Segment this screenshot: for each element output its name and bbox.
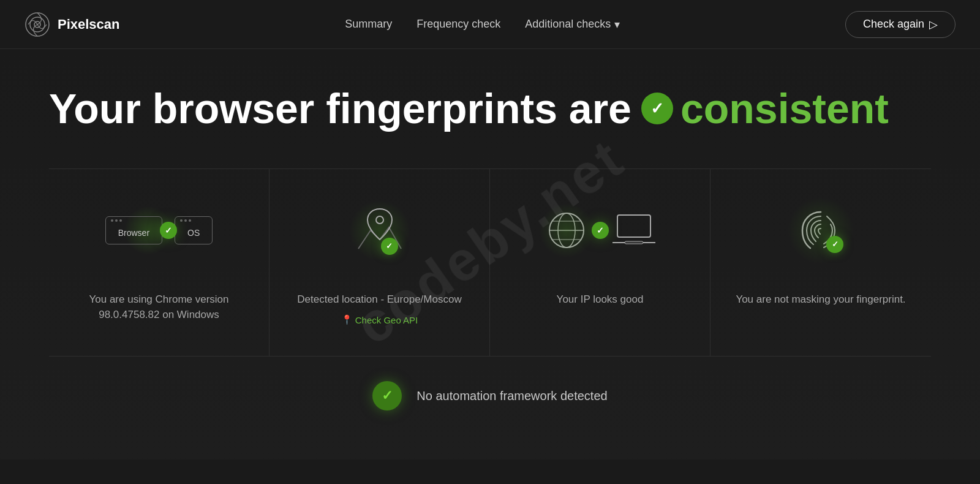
brand-name: Pixelscan <box>58 17 120 32</box>
arrow-right-icon: ▷ <box>929 18 938 31</box>
dot2 <box>115 219 118 222</box>
svg-rect-9 <box>617 215 650 237</box>
browser-os-icons: Browser OS <box>105 216 213 244</box>
dot1 <box>111 219 113 222</box>
ip-card: Your IP looks good <box>490 169 710 357</box>
fingerprint-check-icon <box>826 236 843 253</box>
nav-link-additional-checks[interactable]: Additional checks ▾ <box>525 18 620 31</box>
location-card: Detected location - Europe/Moscow 📍 Chec… <box>270 169 490 357</box>
dot2 <box>184 219 187 222</box>
os-label: OS <box>187 228 200 238</box>
logo-area: Pixelscan <box>24 12 120 37</box>
hero-title-prefix: Your browser fingerprints are <box>49 86 631 132</box>
hero-title: Your browser fingerprints are consistent <box>49 86 931 132</box>
fingerprint-icon-area <box>793 194 848 267</box>
browser-label: Browser <box>118 228 149 238</box>
fingerprint-glow <box>787 197 854 264</box>
hero-section: Your browser fingerprints are consistent <box>0 49 980 459</box>
location-pin-small-icon: 📍 <box>341 314 353 325</box>
location-icon-wrap <box>355 200 404 261</box>
browser-os-card: Browser OS You are using Chrome version … <box>49 169 270 357</box>
dot1 <box>180 219 183 222</box>
ip-card-text: Your IP looks good <box>557 292 644 308</box>
dot3 <box>189 219 191 222</box>
browser-dots <box>111 219 122 222</box>
hero-title-suffix: consistent <box>680 86 889 132</box>
browser-icon-box: Browser <box>105 216 162 244</box>
globe-laptop-icons <box>545 209 655 252</box>
location-icon-area <box>355 194 404 267</box>
nav-links: Summary Frequency check Additional check… <box>345 18 620 31</box>
location-pin-icon <box>355 200 404 261</box>
browser-os-connector-check <box>160 222 177 239</box>
hero-title-green: consistent <box>641 86 889 132</box>
navbar: Pixelscan Summary Frequency check Additi… <box>0 0 980 49</box>
cards-section: Browser OS You are using Chrome version … <box>49 168 931 357</box>
location-check-icon <box>381 238 398 255</box>
fingerprint-card: You are not masking your fingerprint. <box>710 169 931 357</box>
consistent-check-icon <box>641 93 673 124</box>
os-icon-box: OS <box>175 216 213 244</box>
check-again-button[interactable]: Check again ▷ <box>845 11 956 38</box>
chevron-down-icon: ▾ <box>614 18 620 31</box>
dot3 <box>119 219 122 222</box>
automation-check-icon <box>372 381 402 410</box>
location-card-text: Detected location - Europe/Moscow <box>297 292 461 308</box>
check-geo-api-link[interactable]: 📍 Check Geo API <box>341 314 418 325</box>
ip-connector-check <box>592 222 609 239</box>
automation-check-section: No automation framework detected <box>49 356 931 435</box>
nav-link-summary[interactable]: Summary <box>345 18 392 31</box>
nav-link-frequency-check[interactable]: Frequency check <box>417 18 500 31</box>
automation-check-text: No automation framework detected <box>417 389 607 403</box>
browser-os-card-text: You are using Chrome version 98.0.4758.8… <box>74 292 244 323</box>
globe-glow <box>539 203 594 258</box>
os-dots <box>180 219 191 222</box>
laptop-icon <box>612 212 655 249</box>
svg-rect-11 <box>625 241 643 244</box>
svg-point-3 <box>376 216 383 224</box>
pixelscan-logo-icon <box>24 12 50 37</box>
fingerprint-card-text: You are not masking your fingerprint. <box>736 292 905 308</box>
fingerprint-wrap <box>793 203 848 258</box>
browser-os-icon-area: Browser OS <box>105 194 213 267</box>
ip-icon-area <box>545 194 655 267</box>
